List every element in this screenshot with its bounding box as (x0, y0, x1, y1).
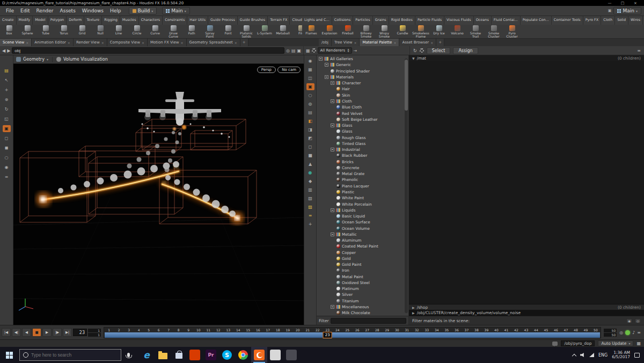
tree-group-metallic[interactable]: Metallic (317, 231, 408, 237)
gallery-settings-icon[interactable] (312, 48, 316, 53)
wireframe-toggle-icon[interactable]: ○ (306, 92, 314, 99)
tree-filter-input[interactable] (331, 318, 406, 324)
shelf-tool-platonic-solids[interactable]: Platonic Solids (237, 25, 255, 38)
close-icon[interactable]: × (26, 41, 28, 45)
shelf-tab-guide-brushes[interactable]: Guide Brushes (238, 16, 268, 25)
shelf-tab-particle-fluids[interactable]: Particle Fluids (415, 16, 444, 25)
persp-view-button[interactable]: Persp (257, 67, 276, 73)
camera-filter-icon[interactable]: ◉ (626, 318, 632, 323)
follow-selection-icon[interactable]: ◎ (286, 48, 290, 53)
shelf-tool-flames[interactable]: Flames (302, 25, 320, 38)
tree-group-materials[interactable]: Materials (317, 74, 408, 80)
texture-toggle-icon[interactable]: ▤ (306, 109, 314, 116)
audio-icon[interactable]: ♪ (632, 330, 635, 335)
material-item-skin[interactable]: Skin (317, 92, 408, 98)
current-frame-field[interactable]: 23 (73, 329, 87, 336)
shelf-tab-viscous-fluids[interactable]: Viscous Fluids (444, 16, 474, 25)
forward-icon[interactable]: ▶ (7, 48, 10, 53)
range-start-field-1[interactable]: 1 (88, 329, 101, 332)
shelf-tool-spray-paint[interactable]: Spray Paint (201, 25, 219, 38)
update-mode-combo[interactable]: Auto Update ▾ (598, 340, 633, 346)
material-item-blue-cloth[interactable]: Blue Cloth (317, 104, 408, 110)
material-item-black-rubber[interactable]: Black Rubber (317, 153, 408, 158)
target-filter-icon[interactable]: ◎ (635, 318, 641, 323)
mat-context-empty-area[interactable] (409, 61, 644, 304)
material-item-platinum[interactable]: Platinum (317, 286, 408, 292)
taskbar-app-app-light[interactable] (267, 347, 283, 363)
shelf-tool-explosion[interactable]: Explosion (320, 25, 339, 38)
tree-group-miscellaneous[interactable]: Miscellaneous (317, 304, 408, 310)
scale-icon[interactable]: ◱ (3, 115, 11, 122)
refresh-icon[interactable]: ↻ (413, 48, 417, 53)
list-mode-icon[interactable]: ▤ (291, 48, 296, 53)
close-icon[interactable]: × (101, 41, 104, 45)
shelf-tool-file[interactable]: File (292, 25, 302, 38)
tree-group-generic[interactable]: Generic (317, 62, 408, 68)
jump-end-button[interactable]: ▶| (63, 328, 72, 337)
close-button[interactable]: × (629, 1, 642, 5)
shelf-tool-torus[interactable]: Torus (55, 25, 73, 38)
status-menu-icon[interactable]: ▦ (636, 341, 641, 346)
origin-icon[interactable]: ▲ (306, 161, 314, 168)
rotate-icon[interactable]: ↻ (3, 106, 11, 113)
strip-menu-icon[interactable]: ≡ (306, 212, 314, 219)
shelf-tool-candle[interactable]: Candle (393, 25, 412, 38)
prev-key-button[interactable]: ◀| (12, 328, 21, 337)
tree-group-character[interactable]: Character (317, 80, 408, 86)
current-tool-icon[interactable]: ▣ (3, 125, 11, 132)
material-item-concrete[interactable]: Concrete (317, 165, 408, 171)
shelf-tool-circle[interactable]: Circle (128, 25, 146, 38)
shelf-tool-billowy-smoke[interactable]: Billowy Smoke (357, 25, 375, 38)
material-item-titanium[interactable]: Titanium (317, 298, 408, 304)
close-icon[interactable]: × (235, 41, 237, 45)
taskbar-app-app-red[interactable] (187, 347, 203, 363)
viewport-3d-scene[interactable]: Persp No cam (13, 64, 304, 325)
add-pane-tab-button[interactable]: + (436, 39, 444, 46)
collapse-icon[interactable] (331, 124, 334, 127)
material-item-coated-metal-paint[interactable]: Coated Metal Paint (317, 243, 408, 249)
range-end-field-2[interactable]: 50 (604, 333, 617, 337)
shelf-tab-texture[interactable]: Texture (84, 16, 102, 25)
shelf-tab-modify[interactable]: Modify (17, 16, 33, 25)
tree-scrollbar[interactable] (405, 59, 408, 313)
collapse-icon[interactable] (331, 233, 334, 236)
shelf-tool-pyro-cluster[interactable]: Pyro Cluster (503, 25, 521, 38)
shelf-tab-oceans[interactable]: Oceans (474, 16, 492, 25)
shelf-tab-rigid-bodies[interactable]: Rigid Bodies (389, 16, 415, 25)
wireframe-icon[interactable]: ○ (3, 154, 11, 161)
shelf-tab-create[interactable]: Create (0, 16, 17, 25)
shelf-tool-fireball[interactable]: Fireball (339, 25, 357, 38)
select-button[interactable]: Select (427, 47, 451, 54)
material-item-piano-lacquer[interactable]: Piano Lacquer (317, 183, 408, 189)
collapse-icon[interactable] (319, 57, 323, 61)
pane-tab-render-view[interactable]: Render View× (74, 39, 107, 46)
shelf-tab-muscles[interactable]: Muscles (120, 16, 139, 25)
select-arrow-icon[interactable]: ↖ (3, 77, 11, 84)
path-input[interactable] (12, 47, 284, 54)
material-item-tinted-glass[interactable]: Tinted Glass (317, 141, 408, 147)
box-display-icon[interactable]: ◻ (3, 135, 11, 142)
shelf-tab-terrain-fx[interactable]: Terrain FX (268, 16, 290, 25)
message-bubble-icon[interactable] (552, 342, 558, 346)
pane-tab-asset-browser[interactable]: Asset Browser× (399, 39, 436, 46)
microphone-button[interactable] (121, 347, 135, 363)
range-start-field-2[interactable]: 1 (88, 333, 101, 337)
material-item-iron[interactable]: Iron (317, 267, 408, 273)
shelf-tab-cloud-fx[interactable]: Cloud FX (290, 16, 302, 25)
pane-tab-geometry-spreadsheet[interactable]: Geometry Spreadsheet× (187, 39, 240, 46)
tree-group-glass[interactable]: Glass (317, 122, 408, 128)
display-options-icon[interactable]: ◉ (306, 57, 314, 64)
grid-icon[interactable]: ▦ (306, 66, 314, 73)
shelf-tool-draw-curve[interactable]: Draw Curve (164, 25, 182, 38)
no-cam-button[interactable]: No cam (277, 67, 301, 73)
shelf-tool-curve[interactable]: Curve (146, 25, 164, 38)
close-icon[interactable]: × (181, 41, 184, 45)
shelf-tool-null[interactable]: Null (91, 25, 109, 38)
maximize-button[interactable]: □ (616, 1, 629, 5)
shelf-tool-tube[interactable]: Tube (36, 25, 55, 38)
shelf-tab-wires[interactable]: Wires (628, 16, 643, 25)
stop-button[interactable]: ■ (32, 328, 41, 337)
menu-edit[interactable]: Edit (17, 7, 33, 14)
volume-icon[interactable] (580, 353, 585, 357)
layout-icon[interactable]: ▥ (306, 186, 314, 193)
